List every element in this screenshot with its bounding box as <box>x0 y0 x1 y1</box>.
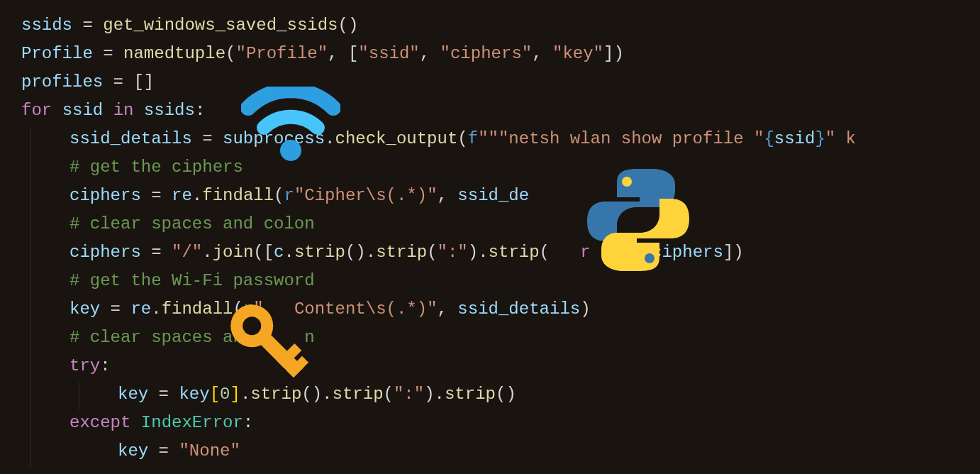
keyword: for <box>21 101 52 120</box>
string: "None" <box>179 441 240 461</box>
paren: ( <box>427 243 437 262</box>
operator: = <box>141 243 172 262</box>
function-call: findall <box>202 186 274 205</box>
keyword: except <box>69 413 130 432</box>
string: "key" <box>552 44 603 63</box>
brace: } <box>815 129 825 148</box>
number: 0 <box>220 385 230 404</box>
paren: ( <box>540 243 581 262</box>
variable: ciphers <box>69 243 141 262</box>
code-line-15[interactable]: except IndexError: <box>21 409 980 437</box>
space <box>611 243 620 262</box>
brace: { <box>764 129 774 148</box>
paren: (). <box>301 385 332 404</box>
function-call: strip <box>250 385 301 404</box>
code-line-7[interactable]: ciphers = re.findall(r"Cipher\s(.*)", ss… <box>21 182 980 210</box>
comment: # get the ciphers <box>69 158 243 177</box>
paren: ). <box>468 243 489 262</box>
module: subprocess <box>223 129 325 148</box>
raw-prefix: r <box>284 186 294 205</box>
code-line-5[interactable]: ssid_details = subprocess.check_output(f… <box>21 125 980 153</box>
variable: c <box>601 243 611 262</box>
operator: = <box>100 299 130 319</box>
string: "/" <box>172 243 202 262</box>
code-line-16[interactable]: key = "None" <box>21 437 980 465</box>
paren: ) <box>580 299 590 319</box>
keyword: try <box>69 356 100 375</box>
code-line-4[interactable]: for ssid in ssids: <box>21 97 980 125</box>
function-call: strip <box>376 243 427 262</box>
bracket: [ <box>210 385 220 404</box>
fstring-prefix: f <box>468 129 478 148</box>
keyword: in <box>621 243 642 262</box>
colon: : <box>100 356 110 375</box>
space <box>130 413 140 432</box>
function-call: strip <box>333 385 384 404</box>
variable: key <box>118 385 148 404</box>
code-line-1[interactable]: ssids = get_windows_saved_ssids() <box>21 11 980 40</box>
bracket: ] <box>230 385 240 404</box>
dot: . <box>151 299 161 319</box>
raw-prefix: r <box>243 299 253 319</box>
paren: ( <box>233 299 243 319</box>
string: "Profile" <box>235 44 328 63</box>
variable: ssid_details <box>69 129 192 148</box>
variable: ciphers <box>652 243 723 262</box>
function-call: get_windows_saved_ssids <box>103 16 338 35</box>
dot: . <box>240 385 250 404</box>
variable: profiles <box>21 72 103 92</box>
paren: ]) <box>723 243 744 262</box>
paren: ( <box>274 186 284 205</box>
dot: . <box>284 243 294 262</box>
parens: () <box>338 16 359 35</box>
code-line-11[interactable]: key = re.findall(r" Content\s(.*)", ssid… <box>21 295 980 324</box>
function-call: namedtuple <box>123 44 225 63</box>
space <box>591 243 601 262</box>
function-call: strip <box>489 243 540 262</box>
colon: : <box>243 413 253 432</box>
string: "ciphers" <box>440 44 533 63</box>
keyword: in <box>113 101 134 120</box>
code-line-2[interactable]: Profile = namedtuple("Profile", ["ssid",… <box>21 40 980 68</box>
string: ":" <box>394 385 424 404</box>
space <box>642 243 652 262</box>
dot: . <box>202 243 212 262</box>
dot: . <box>325 129 335 148</box>
comment: # get the Wi-Fi password <box>69 271 315 290</box>
code-line-12[interactable]: # clear spaces and n <box>21 324 980 352</box>
code-line-8[interactable]: # clear spaces and colon <box>21 210 980 238</box>
code-line-9[interactable]: ciphers = "/".join([c.strip().strip(":")… <box>21 238 980 267</box>
delimiter: , <box>438 299 458 319</box>
operator: = <box>72 16 103 35</box>
code-line-14[interactable]: key = key[0].strip().strip(":").strip() <box>21 380 980 409</box>
code-line-13[interactable]: try: <box>21 352 980 380</box>
string: "Cipher\s(.*)" <box>294 186 438 205</box>
module: re <box>130 299 151 319</box>
paren: ( <box>225 44 235 63</box>
function-call: check_output <box>335 129 457 148</box>
function-call: strip <box>445 385 496 404</box>
variable: key <box>179 385 209 404</box>
string: " k <box>825 129 856 148</box>
operator: = <box>148 385 179 404</box>
string: "ssid" <box>358 44 419 63</box>
variable: Profile <box>21 44 93 63</box>
comment: # clear spaces and colon <box>69 214 315 233</box>
function-call: strip <box>294 243 345 262</box>
variable: ssid_details <box>457 299 580 319</box>
colon: : <box>195 101 205 120</box>
operator: = <box>93 44 123 63</box>
variable: key <box>118 441 148 461</box>
module: re <box>172 186 192 205</box>
variable: key <box>69 299 100 319</box>
code-line-6[interactable]: # get the ciphers <box>21 153 980 182</box>
function-call: join <box>213 243 254 262</box>
variable: ciphers <box>69 186 141 205</box>
delimiter: , <box>438 186 458 205</box>
paren: ( <box>384 385 394 404</box>
code-line-3[interactable]: profiles = [] <box>21 68 980 97</box>
code-line-10[interactable]: # get the Wi-Fi password <box>21 267 980 295</box>
operator: = <box>148 441 179 461</box>
variable: ssid_de <box>457 186 529 205</box>
paren: ( <box>457 129 467 148</box>
